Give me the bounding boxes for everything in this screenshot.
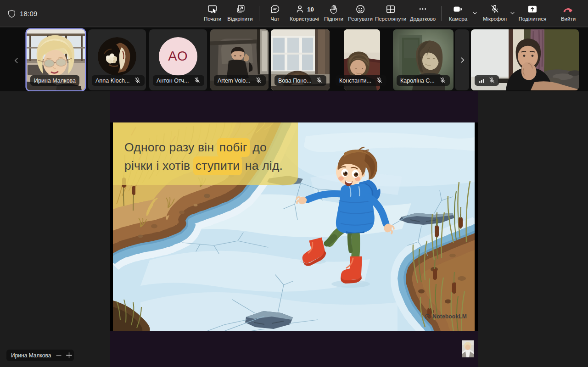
mic-button[interactable]: Мікрофон: [483, 4, 507, 22]
participants-icon: [295, 4, 305, 15]
presenter-zoom-control: Ирина Малкова: [6, 350, 74, 361]
more-dots-icon: [417, 4, 428, 15]
filmstrip-previous-button[interactable]: [10, 54, 23, 67]
share-label: Поділитися: [519, 16, 546, 22]
filmstrip-next-button[interactable]: [455, 29, 469, 90]
toolbar-divider: [259, 6, 259, 21]
participant-tile[interactable]: АО Антон Отч...: [149, 29, 207, 90]
chat-label: Чат: [270, 16, 279, 22]
meeting-stage-area: Одного разу він побіг до річки і хотів с…: [0, 91, 588, 367]
camera-on-icon: [452, 4, 464, 15]
participant-name-pill: Вова Поно...: [274, 75, 326, 86]
view-grid-icon: [385, 4, 396, 15]
start-presenting-button[interactable]: Почати: [204, 4, 221, 22]
participant-name: Константи...: [339, 78, 371, 84]
chat-button[interactable]: Чат: [269, 4, 280, 22]
leave-button[interactable]: Вийти: [561, 4, 576, 22]
toolbar-divider: [552, 6, 552, 21]
participant-tile[interactable]: Artem Volo...: [210, 29, 269, 90]
participant-name: Антон Отч...: [157, 78, 189, 84]
slide-text-highlight: ступити: [193, 156, 242, 175]
participant-name-pill: Антон Отч...: [153, 75, 204, 86]
participant-tile[interactable]: Кароліна С...: [393, 29, 454, 90]
mic-muted-icon: [488, 77, 495, 84]
notebooklm-watermark: NotebookLM: [425, 313, 467, 320]
leave-label: Вийти: [561, 16, 576, 22]
raise-hand-icon: [328, 4, 339, 15]
meeting-toolbar: 18:09 Почати Відкріпити: [0, 0, 588, 27]
shield-icon: [8, 10, 16, 18]
mic-muted-icon: [134, 77, 141, 84]
slide-text: на лід.: [241, 159, 283, 172]
meeting-timer: 18:09: [20, 10, 38, 17]
participants-button[interactable]: 10 Користувачі: [290, 4, 319, 22]
participant-name-pill: Ирина Малкова: [30, 75, 79, 86]
participant-name: Кароліна С...: [400, 78, 435, 84]
participant-name-pill: Artem Volo...: [214, 75, 266, 86]
mic-label: Мікрофон: [483, 16, 507, 22]
shared-content-stage: Одного разу він побіг до річки і хотів с…: [110, 91, 478, 367]
start-presenting-label: Почати: [204, 16, 221, 22]
participant-name: Anna Kloch...: [95, 78, 129, 84]
chevron-right-icon: [459, 56, 466, 64]
raise-hand-button[interactable]: Підняти: [324, 4, 343, 22]
more-button[interactable]: Додатково: [410, 4, 436, 22]
slide-text: річки і хотів: [124, 159, 194, 172]
participant-tile[interactable]: [471, 29, 579, 90]
participants-count-badge: 10: [307, 6, 314, 13]
participant-name-pill: Константи...: [336, 75, 386, 86]
shared-slide[interactable]: Одного разу він побіг до річки і хотів с…: [113, 122, 475, 331]
chat-icon: [269, 4, 280, 15]
participant-avatar: АО: [159, 37, 197, 76]
view-label: Переглянути: [375, 16, 406, 22]
mic-muted-icon: [194, 77, 201, 84]
participant-name: Ирина Малкова: [34, 78, 76, 84]
participant-tile[interactable]: Вова Поно...: [271, 29, 330, 90]
mic-options-chevron-icon[interactable]: [510, 10, 515, 16]
shared-video-frame: Одного разу він побіг до річки і хотів с…: [110, 122, 478, 331]
teams-meeting-window: 18:09 Почати Відкріпити: [0, 0, 588, 367]
slide-text-panel: Одного разу він побіг до річки і хотів с…: [113, 122, 298, 185]
chevron-left-icon: [13, 57, 20, 64]
screen-share-icon: [207, 4, 218, 15]
participant-tile[interactable]: Константи...: [344, 29, 380, 90]
camera-button[interactable]: Камера: [449, 4, 467, 22]
toolbar-divider: [441, 6, 442, 21]
participant-name-pill: Кароліна С...: [397, 75, 450, 86]
camera-options-chevron-icon[interactable]: [472, 10, 478, 16]
zoom-in-icon[interactable]: [66, 352, 73, 359]
react-button[interactable]: Реагувати: [348, 4, 373, 22]
network-signal-icon: [478, 77, 485, 84]
presenter-name-label: Ирина Малкова: [11, 352, 51, 359]
participant-status-pill: [475, 75, 499, 86]
camera-label: Камера: [449, 16, 467, 22]
participant-avatar: [98, 37, 136, 76]
participant-tile[interactable]: Anna Kloch...: [88, 29, 146, 90]
participant-initials: АО: [159, 37, 197, 76]
raise-hand-label: Підняти: [324, 16, 343, 22]
participants-filmstrip: Ирина Малкова: [0, 28, 588, 91]
avatar-image: [98, 37, 136, 76]
mic-muted-icon: [376, 77, 383, 84]
notebooklm-logo-icon: [425, 314, 431, 320]
share-button[interactable]: Поділитися: [519, 4, 546, 22]
participant-name: Artem Volo...: [218, 78, 251, 84]
presenter-self-thumbnail[interactable]: [462, 340, 474, 357]
unpin-button[interactable]: Відкріпити: [227, 4, 252, 22]
toolbar-left: 18:09: [8, 0, 38, 27]
zoom-out-icon[interactable]: [56, 352, 62, 359]
react-label: Реагувати: [348, 16, 373, 22]
view-button[interactable]: Переглянути: [375, 4, 406, 22]
watermark-text: NotebookLM: [432, 313, 467, 320]
react-smiley-icon: [355, 4, 366, 15]
mic-muted-icon: [489, 4, 500, 15]
share-tray-icon: [527, 4, 538, 15]
leave-call-icon: [562, 4, 574, 15]
slide-text-highlight: побіг: [217, 138, 250, 157]
slide-text: до: [249, 140, 267, 154]
slide-text: Одного разу він: [124, 140, 218, 154]
more-label: Додатково: [410, 16, 436, 22]
mic-muted-icon: [255, 77, 262, 84]
participant-tile[interactable]: Ирина Малкова: [27, 29, 85, 90]
unpin-label: Відкріпити: [227, 16, 252, 22]
